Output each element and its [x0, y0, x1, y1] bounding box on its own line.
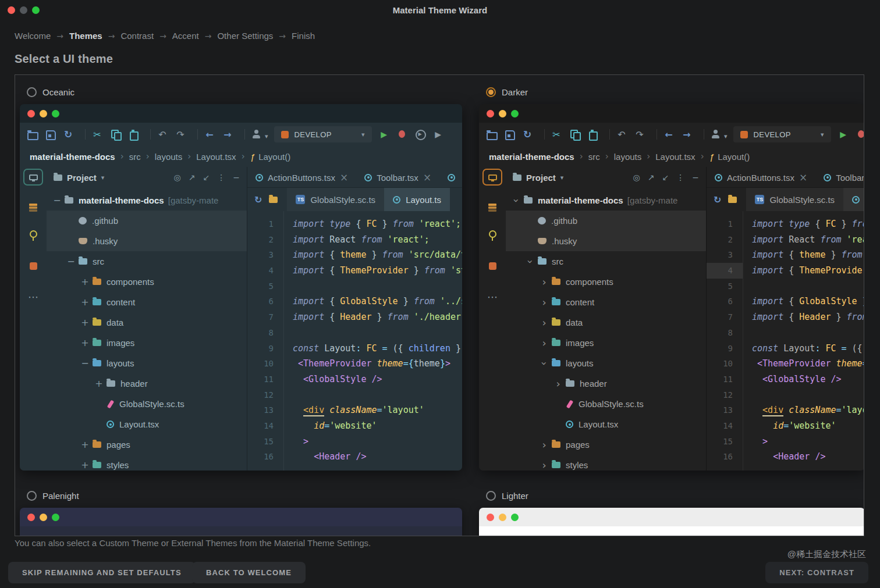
pin-icon	[489, 230, 496, 238]
theme-radio-darker[interactable]	[486, 87, 496, 97]
line-number: 12	[247, 387, 283, 403]
line-number: 12	[707, 387, 743, 403]
code-content: import type { FC } from 'react';import R…	[283, 211, 462, 471]
page-title: Select a UI theme	[15, 52, 113, 66]
theme-radio-oceanic[interactable]	[27, 87, 37, 97]
wizard-step-finish[interactable]: Finish	[292, 31, 315, 41]
project-panel-title: Project	[526, 173, 556, 183]
folder-icon	[107, 380, 115, 387]
tree-item-label: images	[566, 338, 594, 348]
theme-preview-darker[interactable]: ▾ DEVELOP ▾ material-theme-docs›src›layo…	[479, 104, 864, 471]
theme-preview-oceanic[interactable]: ▾ DEVELOP ▾ material-theme-docs›src›layo…	[20, 104, 462, 471]
breadcrumb-separator: ›	[187, 151, 191, 162]
kebab-icon: ⋮	[676, 173, 684, 181]
toolbar-separator	[544, 129, 545, 140]
editor-tab-bar: ActionButtons.tsx×Toolbar.tsx×	[707, 167, 864, 188]
breadcrumb-item: material-theme-docs	[489, 152, 574, 162]
step-arrow-icon: →	[279, 31, 286, 41]
line-number: 14	[707, 418, 743, 434]
theme-radio-lighter[interactable]	[486, 491, 496, 501]
wizard-step-other-settings[interactable]: Other Settings	[217, 31, 273, 41]
theme-option-palenight[interactable]: Palenight	[20, 488, 462, 536]
tree-item-content: +content	[47, 292, 247, 312]
back-to-welcome-button[interactable]: BACK TO WELCOME	[192, 562, 306, 583]
tree-item-label: GlobalStyle.sc.ts	[579, 399, 644, 409]
expand-node-icon: +	[79, 461, 91, 470]
project-panel: Project ▾ ◎↗↙⋮− ›material-theme-docs [ga…	[506, 167, 706, 471]
code-line: const Layout: FC = ({ children }) => (	[752, 341, 864, 357]
run-config-select: DEVELOP ▾	[274, 126, 372, 142]
line-number: 13	[247, 402, 283, 418]
tree-item-components: ›components	[506, 272, 706, 292]
toolbar-separator	[704, 129, 704, 140]
line-number: 11	[247, 372, 283, 387]
breadcrumb-separator: ›	[605, 151, 609, 162]
toolbar-run-icons	[837, 128, 864, 141]
cut-icon	[91, 128, 104, 141]
theme-option-oceanic[interactable]: Oceanic ▾ DEVELOP ▾ material-theme-docs›…	[20, 84, 462, 471]
line-number-gutter: 12345678910111213141516	[707, 211, 743, 471]
ide-body: Project ▾ ◎↗↙⋮− −material-theme-docs [ga…	[20, 167, 462, 471]
tree-item-label: data	[107, 318, 123, 327]
wizard-step-welcome[interactable]: Welcome	[15, 31, 51, 41]
editor-tab-toolbar-tsx: Toolbar.tsx×	[824, 173, 864, 183]
more-icon	[487, 291, 498, 303]
code-line: import { ThemeProvider } from 'styled-co…	[752, 263, 864, 279]
theme-option-darker[interactable]: Darker ▾ DEVELOP ▾ material-theme-docs›s…	[479, 84, 864, 471]
sync-icon	[521, 128, 534, 141]
breadcrumb-item: ƒ Layout()	[709, 152, 750, 162]
code-line: import { Header } from './header';	[293, 309, 462, 325]
step-arrow-icon: →	[56, 31, 63, 41]
line-number: 1	[707, 216, 743, 232]
tree-item-header: ›header	[506, 373, 706, 394]
wizard-step-themes[interactable]: Themes	[69, 31, 102, 41]
theme-radio-palenight[interactable]	[27, 491, 37, 501]
react-icon	[448, 174, 455, 181]
collapse-node-icon: ›	[525, 256, 535, 268]
paste-icon	[586, 128, 599, 141]
chevron-down-icon: ▾	[724, 133, 728, 140]
husky-icon	[538, 238, 547, 244]
tree-item-label: components	[566, 277, 613, 287]
ide-breadcrumb-bar: material-theme-docs›src›layouts›Layout.t…	[20, 146, 462, 167]
editor-subtab-bar: TSGlobalStyle.sc.tsLayout.ts	[247, 188, 462, 211]
wizard-step-contrast[interactable]: Contrast	[120, 31, 154, 41]
wizard-step-accent[interactable]: Accent	[172, 31, 199, 41]
project-tree: −material-theme-docs [gatsby-mate.github…	[47, 188, 247, 471]
breadcrumb-separator: ›	[146, 151, 150, 162]
tree-item-styles: ›styles	[506, 455, 706, 471]
ide-preview-darker[interactable]: ▾ DEVELOP ▾ material-theme-docs›src›layo…	[479, 104, 864, 471]
tree-item-src: ›src	[506, 251, 706, 272]
watermark: @稀土掘金技术社区	[787, 549, 866, 560]
toolbar-separator	[657, 129, 657, 140]
more-icon	[28, 291, 38, 303]
theme-preview-palenight[interactable]	[20, 508, 462, 536]
preview-titlebar	[20, 508, 462, 526]
tab-label: GlobalStyle.sc.ts	[769, 195, 835, 205]
tree-item-header: +header	[47, 373, 247, 394]
toolbar-run-icons	[378, 128, 450, 141]
theme-preview-lighter[interactable]	[479, 508, 864, 536]
project-panel-header: Project ▾ ◎↗↙⋮−	[506, 167, 706, 188]
theme-option-lighter[interactable]: Lighter	[479, 488, 864, 536]
skip-defaults-button[interactable]: SKIP REMAINING AND SET DEFAULTS	[8, 562, 196, 583]
tab-label: Toolbar.tsx	[836, 173, 864, 183]
tool-window-strip	[479, 167, 506, 471]
ts-icon: TS	[755, 195, 764, 204]
monitor-icon	[488, 174, 497, 180]
line-number: 11	[707, 372, 743, 387]
editor-tab-actionbuttons-tsx: ActionButtons.tsx×	[715, 173, 807, 183]
close-icon	[27, 110, 35, 117]
editor-subtab-layout-ts: Layout.ts	[843, 188, 864, 211]
tree-item-src: −src	[47, 251, 247, 272]
react-icon	[364, 174, 372, 181]
line-number: 3	[247, 247, 283, 263]
run-config-select: DEVELOP ▾	[733, 126, 831, 142]
ide-preview-oceanic[interactable]: ▾ DEVELOP ▾ material-theme-docs›src›layo…	[20, 104, 462, 471]
expand-node-icon: ›	[538, 297, 550, 308]
chevron-down-icon: ▾	[821, 131, 824, 138]
editor-subtab-globalstyle-sc-ts: TSGlobalStyle.sc.ts	[746, 188, 843, 211]
folder-icon	[54, 174, 62, 181]
tree-item-data: +data	[47, 312, 247, 333]
next-contrast-button[interactable]: NEXT: CONTRAST	[765, 562, 868, 583]
